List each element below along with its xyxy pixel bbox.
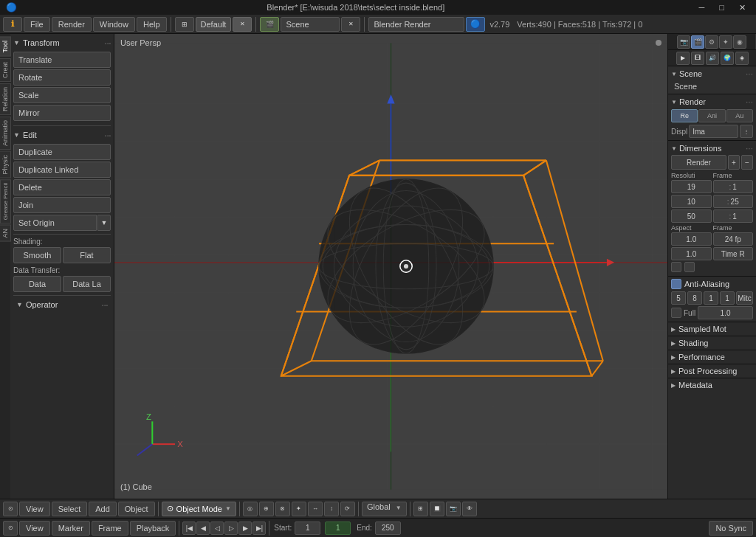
render-engine-selector[interactable]: Blender Render — [368, 17, 464, 32]
delete-button[interactable]: Delete — [13, 179, 111, 195]
tab-relation[interactable]: Relation — [0, 83, 11, 115]
timeline-view-btn[interactable]: View — [19, 521, 50, 536]
rotate-button[interactable]: Rotate — [13, 69, 111, 86]
manipulator4-icon[interactable]: ⟳ — [340, 502, 355, 516]
manipulator-icon[interactable]: ✦ — [292, 502, 306, 516]
layout-name[interactable]: Default — [196, 17, 232, 32]
file-menu[interactable]: File — [24, 17, 50, 32]
settings-icon[interactable]: ⚙ — [705, 35, 718, 49]
scene-close[interactable]: ✕ — [341, 17, 360, 32]
manipulator2-icon[interactable]: ↔ — [308, 502, 323, 516]
post-processing-section[interactable]: ▶ Post Processing — [668, 364, 756, 378]
layer-icon[interactable]: ⊞ — [413, 502, 428, 516]
proportional-icon[interactable]: ⊗ — [275, 502, 290, 516]
render-dots[interactable]: ··· — [746, 97, 753, 107]
transform-options[interactable]: ··· — [104, 37, 111, 49]
render-tab-re[interactable]: Re — [671, 109, 698, 122]
tab-an[interactable]: AN — [0, 225, 11, 242]
dim-dots[interactable]: ··· — [746, 143, 753, 153]
edit-options[interactable]: ··· — [104, 129, 111, 141]
render-btn[interactable]: Render — [671, 155, 726, 170]
aspect-y-field[interactable]: 1.0 — [671, 247, 712, 260]
icon-r4[interactable]: 🌍 — [721, 52, 734, 65]
duplicate-button[interactable]: Duplicate — [13, 144, 111, 160]
mirror-button[interactable]: Mirror — [13, 105, 111, 121]
end-frame-field[interactable]: 250 — [375, 522, 401, 535]
data-la-button[interactable]: Data La — [63, 276, 111, 292]
close-btn[interactable]: ✕ — [735, 3, 750, 13]
viewport[interactable]: User Persp — [114, 34, 667, 499]
full-val[interactable]: 1.0 — [698, 306, 753, 319]
render-menu[interactable]: Render — [52, 17, 92, 32]
scene-icon[interactable]: 🎬 — [260, 17, 279, 32]
aa-checkbox[interactable] — [671, 279, 681, 289]
layout-icon[interactable]: ⊞ — [175, 17, 194, 32]
res-pct-field[interactable]: 50 — [671, 209, 712, 223]
set-origin-arrow[interactable]: ▼ — [97, 215, 111, 231]
render-icon[interactable]: 🎬 — [691, 35, 704, 49]
camera-icon[interactable]: 📷 — [677, 35, 690, 49]
icon-r2[interactable]: 🎞 — [691, 52, 704, 65]
minimize-btn[interactable]: ─ — [695, 3, 709, 13]
tab-animation[interactable]: Animatio — [0, 117, 11, 150]
operator-options[interactable]: ··· — [101, 299, 108, 311]
time-r-field[interactable]: Time R — [713, 247, 754, 260]
manipulator3-icon[interactable]: ↕ — [324, 502, 339, 516]
duplicate-linked-button[interactable]: Duplicate Linked — [13, 162, 111, 178]
smooth-button[interactable]: Smooth — [13, 247, 61, 263]
view-bottom-btn[interactable]: View — [19, 502, 50, 516]
next-frame-btn[interactable]: ▶ — [238, 522, 252, 535]
icon-r5[interactable]: ◈ — [735, 52, 749, 65]
timeline-playback-btn[interactable]: Playback — [130, 521, 176, 536]
checkbox-2[interactable] — [684, 262, 695, 272]
particle-icon[interactable]: ✦ — [719, 35, 732, 49]
render-layer-icon[interactable]: 🔲 — [430, 502, 444, 516]
current-frame-field[interactable]: 1 — [325, 522, 351, 535]
set-origin-button[interactable]: Set Origin — [13, 215, 97, 231]
data-button[interactable]: Data — [13, 276, 61, 292]
flat-button[interactable]: Flat — [63, 247, 111, 263]
nosync-btn[interactable]: No Sync — [709, 521, 753, 536]
scene-dots[interactable]: ··· — [746, 69, 753, 79]
metadata-section[interactable]: ▶ Metadata — [668, 378, 756, 392]
window-menu[interactable]: Window — [93, 17, 135, 32]
translate-button[interactable]: Translate — [13, 52, 111, 68]
fps-field[interactable]: 24 fp — [713, 232, 754, 246]
start-frame-field[interactable]: 1 — [295, 522, 320, 535]
timeline-icon[interactable]: ⊙ — [3, 521, 18, 536]
viewport-icon[interactable]: ⊙ — [3, 502, 18, 516]
object-btn[interactable]: Object — [118, 502, 155, 516]
shading-right-section[interactable]: ▶ Shading — [668, 336, 756, 350]
add-btn[interactable]: Add — [89, 502, 117, 516]
frame-start-field[interactable]: : 1 — [713, 180, 754, 193]
window-controls[interactable]: ─ □ ✕ — [695, 3, 750, 13]
viewport-3d[interactable]: X Z — [114, 34, 667, 499]
tab-grease-pencil[interactable]: Grease Pencil — [0, 179, 11, 224]
tab-tool[interactable]: Tool — [0, 37, 11, 57]
global-selector[interactable]: Global ▼ — [362, 502, 407, 516]
tab-physics[interactable]: Physic — [0, 151, 11, 179]
timeline-frame-btn[interactable]: Frame — [92, 521, 128, 536]
info-icon[interactable]: ℹ — [3, 17, 22, 32]
checkbox-1[interactable] — [671, 262, 681, 272]
snap-icon[interactable]: ⊕ — [259, 502, 274, 516]
join-button[interactable]: Join — [13, 197, 111, 213]
layout-close[interactable]: ✕ — [233, 17, 252, 32]
select-btn[interactable]: Select — [52, 502, 88, 516]
res-x-field[interactable]: 19 — [671, 180, 712, 193]
maximize-btn[interactable]: □ — [715, 3, 729, 13]
aa-select[interactable]: Mitc — [736, 291, 753, 305]
aa-val3[interactable]: 1 — [704, 291, 718, 305]
mode-selector[interactable]: ⊙ Object Mode ▼ — [162, 502, 236, 516]
timeline-marker-btn[interactable]: Marker — [52, 521, 90, 536]
render-plus-btn[interactable]: + — [728, 155, 740, 170]
frame-end-field[interactable]: : 25 — [713, 195, 754, 208]
disp-value[interactable]: Ima — [689, 125, 738, 138]
icon-r1[interactable]: ▶ — [676, 52, 690, 65]
res-y-field[interactable]: 10 — [671, 195, 712, 208]
play-reverse-btn[interactable]: ◁ — [210, 522, 224, 535]
scene-name[interactable]: Scene — [281, 17, 340, 32]
aspect-x-field[interactable]: 1.0 — [671, 232, 712, 246]
pivot-icon[interactable]: ◎ — [243, 502, 258, 516]
view2-icon[interactable]: 👁 — [462, 502, 477, 516]
